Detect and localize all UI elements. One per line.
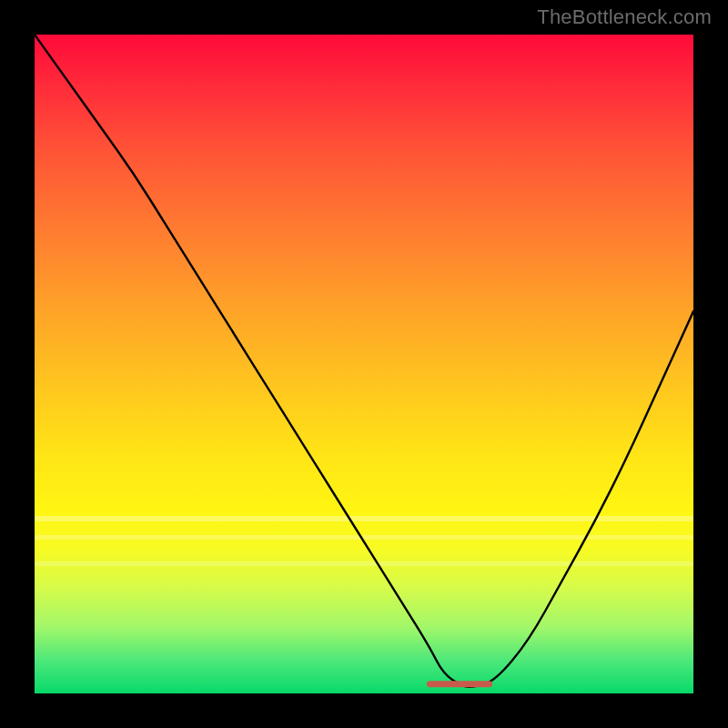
chart-svg <box>35 35 693 693</box>
chart-frame: TheBottleneck.com <box>0 0 728 728</box>
watermark-text: TheBottleneck.com <box>537 5 712 29</box>
bottleneck-curve <box>35 35 693 687</box>
plot-area <box>35 35 693 693</box>
